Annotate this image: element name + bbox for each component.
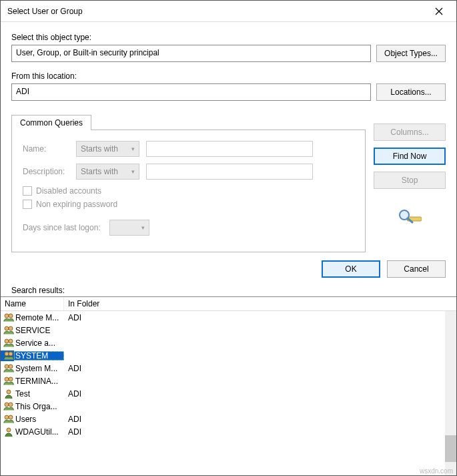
group-icon: [1, 363, 14, 374]
tab-common-queries[interactable]: Common Queries: [11, 115, 91, 130]
search-results-label: Search results:: [11, 286, 456, 295]
scroll-thumb[interactable]: [445, 435, 456, 462]
days-logon-select[interactable]: ▾: [109, 220, 149, 236]
results-body[interactable]: Remote M...ADISERVICEService a...SYSTEMS…: [1, 311, 456, 475]
column-header-name[interactable]: Name: [1, 297, 64, 310]
query-desc-label: Description:: [23, 167, 76, 176]
svg-point-18: [5, 403, 9, 407]
group-icon: [1, 401, 14, 412]
group-icon: [1, 325, 14, 336]
disabled-accounts-label: Disabled accounts: [36, 186, 101, 196]
result-name: Remote M...: [14, 313, 64, 322]
stop-button[interactable]: Stop: [374, 172, 446, 189]
group-icon: [1, 350, 14, 361]
result-name: Users: [14, 415, 64, 424]
find-now-button[interactable]: Find Now: [374, 148, 446, 165]
result-folder: ADI: [64, 389, 456, 399]
location-label: From this location:: [11, 71, 446, 81]
result-folder: ADI: [64, 364, 456, 373]
window-title: Select User or Group: [7, 7, 426, 16]
table-row[interactable]: SERVICE: [1, 324, 456, 336]
search-magnifier-icon: [398, 209, 422, 225]
query-name-label: Name:: [23, 144, 76, 154]
table-row[interactable]: UsersADI: [1, 413, 456, 425]
result-folder: ADI: [64, 415, 456, 424]
query-name-mode-select[interactable]: Starts with ▾: [76, 141, 139, 157]
svg-point-16: [9, 377, 13, 381]
result-name: This Orga...: [14, 402, 64, 411]
svg-point-21: [9, 415, 13, 419]
result-name: Service a...: [14, 338, 64, 348]
group-icon: [1, 414, 14, 425]
column-header-folder[interactable]: In Folder: [64, 297, 456, 310]
group-icon: [1, 338, 14, 348]
svg-point-7: [5, 326, 9, 330]
svg-point-13: [5, 365, 9, 369]
query-desc-mode-select[interactable]: Starts with ▾: [76, 164, 139, 180]
svg-point-17: [7, 390, 11, 394]
svg-point-14: [9, 365, 13, 369]
result-name: WDAGUtil...: [14, 427, 64, 437]
object-types-button[interactable]: Object Types...: [376, 45, 446, 62]
cancel-button[interactable]: Cancel: [387, 260, 446, 278]
chevron-down-icon: ▾: [131, 146, 135, 152]
group-icon: [1, 312, 14, 323]
svg-point-9: [5, 339, 9, 343]
scrollbar[interactable]: [445, 311, 456, 475]
non-expiring-checkbox[interactable]: [23, 200, 32, 209]
dialog-window: Select User or Group Select this object …: [0, 0, 457, 476]
result-name: SYSTEM: [14, 351, 64, 361]
object-type-field[interactable]: User, Group, or Built-in security princi…: [11, 45, 371, 62]
non-expiring-label: Non expiring password: [36, 200, 117, 209]
dialog-content: Select this object type: User, Group, or…: [1, 22, 456, 282]
locations-button[interactable]: Locations...: [376, 83, 446, 101]
results-header: Name In Folder: [1, 297, 456, 311]
user-icon: [1, 389, 14, 399]
chevron-down-icon: ▾: [141, 224, 145, 231]
svg-point-12: [9, 352, 13, 356]
svg-point-6: [9, 314, 13, 318]
svg-point-5: [5, 314, 9, 318]
svg-point-15: [5, 377, 9, 381]
user-icon: [1, 427, 14, 437]
chevron-down-icon: ▾: [131, 168, 135, 175]
svg-point-20: [5, 415, 9, 419]
table-row[interactable]: TestADI: [1, 387, 456, 400]
group-icon: [1, 376, 14, 387]
result-folder: ADI: [64, 427, 456, 437]
days-logon-label: Days since last logon:: [23, 223, 109, 232]
table-row[interactable]: Remote M...ADI: [1, 311, 456, 324]
result-name: SERVICE: [14, 326, 64, 335]
result-name: System M...: [14, 364, 64, 373]
query-desc-input[interactable]: [146, 164, 313, 180]
svg-point-11: [5, 352, 9, 356]
result-name: TERMINA...: [14, 377, 64, 386]
tab-body: Name: Starts with ▾ Description: Starts …: [11, 130, 366, 252]
result-folder: ADI: [64, 313, 456, 322]
columns-button[interactable]: Columns...: [374, 124, 446, 141]
table-row[interactable]: System M...ADI: [1, 362, 456, 375]
ok-button[interactable]: OK: [322, 260, 380, 278]
close-button[interactable]: [426, 2, 452, 21]
close-icon: [435, 7, 443, 15]
results-list: Name In Folder Remote M...ADISERVICEServ…: [1, 296, 456, 475]
disabled-accounts-checkbox[interactable]: [23, 186, 32, 196]
table-row[interactable]: WDAGUtil...ADI: [1, 425, 456, 438]
watermark: wsxdn.com: [420, 467, 453, 475]
query-name-input[interactable]: [146, 141, 313, 157]
location-field[interactable]: ADI: [11, 83, 371, 101]
table-row[interactable]: TERMINA...: [1, 375, 456, 387]
svg-point-10: [9, 339, 13, 343]
object-type-label: Select this object type:: [11, 33, 446, 42]
svg-point-19: [9, 403, 13, 407]
table-row[interactable]: This Orga...: [1, 400, 456, 413]
table-row[interactable]: Service a...: [1, 336, 456, 349]
result-name: Test: [14, 389, 64, 399]
table-row[interactable]: SYSTEM: [1, 349, 456, 362]
svg-point-22: [7, 428, 11, 432]
svg-point-8: [9, 326, 13, 330]
titlebar: Select User or Group: [1, 1, 456, 22]
